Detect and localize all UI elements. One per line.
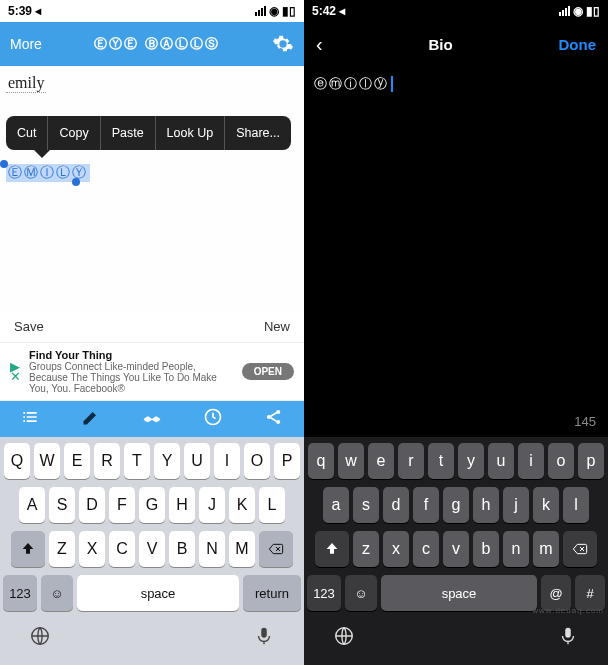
page-title: Bio <box>429 36 453 53</box>
numbers-key[interactable]: 123 <box>3 575 37 611</box>
space-key[interactable]: space <box>381 575 537 611</box>
key-y[interactable]: Y <box>154 443 180 479</box>
key-x[interactable]: x <box>383 531 409 567</box>
char-counter: 145 <box>574 414 596 429</box>
key-q[interactable]: Q <box>4 443 30 479</box>
emoji-key[interactable]: ☺ <box>345 575 377 611</box>
gear-icon <box>272 33 294 55</box>
menu-lookup[interactable]: Look Up <box>156 116 226 150</box>
key-m[interactable]: M <box>229 531 255 567</box>
selection-handle-start[interactable] <box>0 160 8 168</box>
done-button[interactable]: Done <box>559 36 597 53</box>
menu-cut[interactable]: Cut <box>6 116 48 150</box>
mic-icon[interactable] <box>253 625 275 651</box>
key-t[interactable]: T <box>124 443 150 479</box>
action-row: Save New <box>0 311 304 342</box>
key-h[interactable]: h <box>473 487 499 523</box>
key-m[interactable]: m <box>533 531 559 567</box>
key-p[interactable]: p <box>578 443 604 479</box>
backspace-key[interactable] <box>563 531 597 567</box>
key-f[interactable]: F <box>109 487 135 523</box>
settings-button[interactable] <box>272 33 294 55</box>
kb-row-2: asdfghjkl <box>307 487 605 523</box>
emoji-key[interactable]: ☺ <box>41 575 73 611</box>
key-c[interactable]: c <box>413 531 439 567</box>
key-a[interactable]: A <box>19 487 45 523</box>
key-k[interactable]: k <box>533 487 559 523</box>
backspace-key[interactable] <box>259 531 293 567</box>
battery-icon: ▮▯ <box>282 4 296 18</box>
key-e[interactable]: e <box>368 443 394 479</box>
key-r[interactable]: R <box>94 443 120 479</box>
shift-key[interactable] <box>11 531 45 567</box>
key-v[interactable]: V <box>139 531 165 567</box>
globe-icon[interactable] <box>29 625 51 651</box>
input-text[interactable]: emily <box>6 74 46 93</box>
key-e[interactable]: E <box>64 443 90 479</box>
key-l[interactable]: L <box>259 487 285 523</box>
kb-row-1: qwertyuiop <box>307 443 605 479</box>
edit-area[interactable]: emily Cut Copy Paste Look Up Share... ⒺⓂ… <box>0 66 304 311</box>
key-v[interactable]: v <box>443 531 469 567</box>
clock-icon[interactable] <box>203 407 223 431</box>
key-o[interactable]: O <box>244 443 270 479</box>
key-s[interactable]: s <box>353 487 379 523</box>
key-x[interactable]: X <box>79 531 105 567</box>
back-button[interactable]: ‹ <box>316 33 323 56</box>
key-b[interactable]: B <box>169 531 195 567</box>
numbers-key[interactable]: 123 <box>307 575 341 611</box>
menu-paste[interactable]: Paste <box>101 116 156 150</box>
menu-share[interactable]: Share... <box>225 116 291 150</box>
key-q[interactable]: q <box>308 443 334 479</box>
app-header: More ⒺⓎⒺ ⒷⒶⓁⓁⓈ <box>0 22 304 66</box>
key-t[interactable]: t <box>428 443 454 479</box>
space-key[interactable]: space <box>77 575 239 611</box>
key-h[interactable]: H <box>169 487 195 523</box>
more-button[interactable]: More <box>10 36 42 52</box>
key-l[interactable]: l <box>563 487 589 523</box>
key-o[interactable]: o <box>548 443 574 479</box>
key-d[interactable]: D <box>79 487 105 523</box>
kb-bottom-bar <box>3 619 301 661</box>
key-n[interactable]: n <box>503 531 529 567</box>
mic-icon[interactable] <box>557 625 579 651</box>
key-i[interactable]: i <box>518 443 544 479</box>
key-k[interactable]: K <box>229 487 255 523</box>
ad-banner[interactable]: ▶✕ Find Your Thing Groups Connect Like-m… <box>0 342 304 401</box>
selection-handle-end[interactable] <box>72 178 80 186</box>
key-j[interactable]: J <box>199 487 225 523</box>
key-w[interactable]: w <box>338 443 364 479</box>
status-bar: 5:42 ◂ ◉ ▮▯ <box>304 0 608 22</box>
key-g[interactable]: g <box>443 487 469 523</box>
ad-open-button[interactable]: OPEN <box>242 363 294 380</box>
key-z[interactable]: Z <box>49 531 75 567</box>
key-f[interactable]: f <box>413 487 439 523</box>
key-y[interactable]: y <box>458 443 484 479</box>
mustache-icon[interactable] <box>142 407 162 431</box>
share-icon[interactable] <box>264 407 284 431</box>
bio-textarea[interactable]: ⓔⓜⓘⓛⓨ 145 <box>304 66 608 437</box>
key-r[interactable]: r <box>398 443 424 479</box>
save-button[interactable]: Save <box>14 319 44 334</box>
key-j[interactable]: j <box>503 487 529 523</box>
key-w[interactable]: W <box>34 443 60 479</box>
key-n[interactable]: N <box>199 531 225 567</box>
key-u[interactable]: u <box>488 443 514 479</box>
key-p[interactable]: P <box>274 443 300 479</box>
list-icon[interactable] <box>20 407 40 431</box>
key-a[interactable]: a <box>323 487 349 523</box>
shift-key[interactable] <box>315 531 349 567</box>
key-d[interactable]: d <box>383 487 409 523</box>
key-i[interactable]: I <box>214 443 240 479</box>
key-u[interactable]: U <box>184 443 210 479</box>
new-button[interactable]: New <box>264 319 290 334</box>
key-z[interactable]: z <box>353 531 379 567</box>
menu-copy[interactable]: Copy <box>48 116 100 150</box>
key-b[interactable]: b <box>473 531 499 567</box>
return-key[interactable]: return <box>243 575 301 611</box>
pencil-icon[interactable] <box>81 407 101 431</box>
key-c[interactable]: C <box>109 531 135 567</box>
key-g[interactable]: G <box>139 487 165 523</box>
key-s[interactable]: S <box>49 487 75 523</box>
globe-icon[interactable] <box>333 625 355 651</box>
